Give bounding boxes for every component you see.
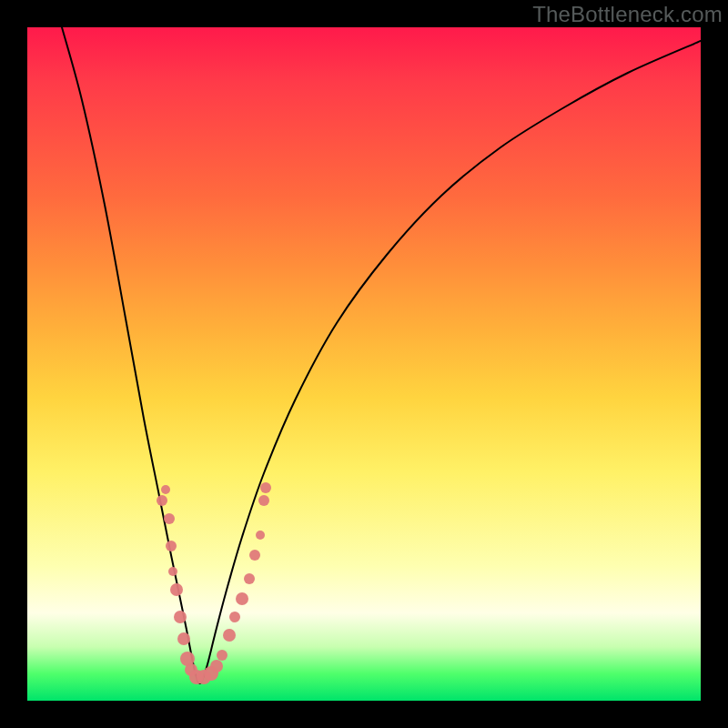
- plot-frame: [27, 27, 701, 701]
- plot-background-gradient: [27, 27, 701, 701]
- chart-stage: TheBottleneck.com: [0, 0, 728, 728]
- watermark-text: TheBottleneck.com: [532, 2, 723, 27]
